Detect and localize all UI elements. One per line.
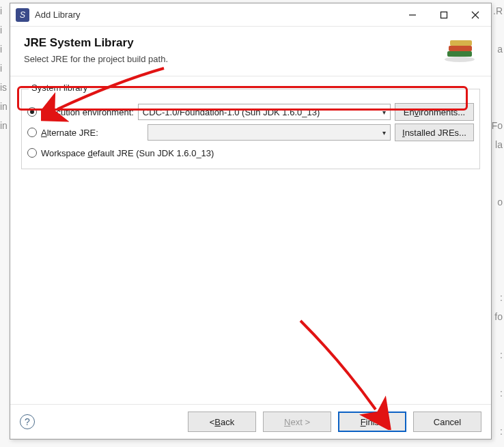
page-subtitle: Select JRE for the project build path. [24,54,435,64]
system-library-group: System library Execution environment: CD… [21,89,480,169]
page-title: JRE System Library [24,36,435,50]
row-execution-environment: Execution environment: CDC-1.0/Foundatio… [27,102,474,122]
background-editor-left: i i i i is in in [0,1,8,135]
combo-alternate-jre[interactable]: ▾ [148,124,391,141]
environments-button[interactable]: Environments... [395,103,474,121]
dialog-button-bar: ? < Back Next > Finish Cancel [10,404,491,439]
back-button[interactable]: < Back [188,412,256,432]
background-editor-right: .R a Fo la o : fo : : : [492,1,503,441]
dialog-content: System library Execution environment: CD… [10,76,491,404]
radio-alternate-jre[interactable] [27,128,37,137]
maximize-button[interactable] [428,4,460,26]
svg-rect-4 [447,51,472,57]
window-title: Add Library [35,10,80,20]
combo-execution-environment[interactable]: CDC-1.0/Foundation-1.0 (Sun JDK 1.6.0_13… [138,104,391,120]
row-alternate-jre: Alternate JRE: ▾ Installed JREs... [27,122,474,143]
finish-button[interactable]: Finish [338,412,406,432]
chevron-down-icon: ▾ [382,109,386,116]
radio-workspace-default[interactable] [27,148,37,158]
add-library-dialog: S Add Library JRE System Library Select … [10,3,492,439]
row-workspace-default: Workspace default JRE (Sun JDK 1.6.0_13) [27,143,474,163]
installed-jres-button[interactable]: Installed JREs... [395,124,474,141]
titlebar: S Add Library [10,3,491,27]
combo-execution-environment-value: CDC-1.0/Foundation-1.0 (Sun JDK 1.6.0_13… [143,107,382,117]
help-icon[interactable]: ? [20,414,35,429]
next-button[interactable]: Next > [263,412,331,432]
app-icon: S [16,8,29,22]
svg-point-7 [445,57,475,62]
svg-rect-1 [441,12,447,18]
close-button[interactable] [460,4,491,26]
label-execution-environment: Execution environment: [41,107,134,117]
svg-rect-6 [450,40,472,46]
cancel-button[interactable]: Cancel [413,412,481,432]
label-alternate-jre: Alternate JRE: [41,128,98,138]
library-books-icon [442,36,477,66]
group-legend: System library [29,83,90,93]
minimize-button[interactable] [397,4,428,26]
chevron-down-icon: ▾ [382,129,386,136]
radio-execution-environment[interactable] [27,107,37,117]
svg-rect-5 [449,46,472,51]
label-workspace-default: Workspace default JRE (Sun JDK 1.6.0_13) [41,148,214,158]
dialog-header: JRE System Library Select JRE for the pr… [10,27,491,76]
